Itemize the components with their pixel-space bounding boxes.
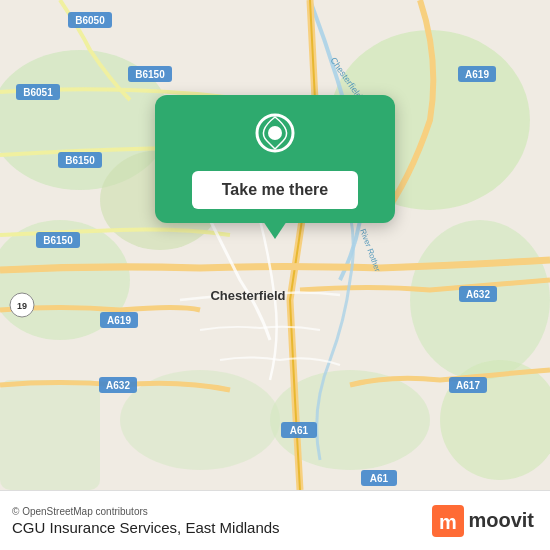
svg-text:19: 19: [17, 301, 27, 311]
svg-text:A61: A61: [370, 473, 389, 484]
svg-point-41: [268, 126, 282, 140]
osm-credit: © OpenStreetMap contributors: [12, 506, 280, 517]
bottom-left-info: © OpenStreetMap contributors CGU Insuran…: [12, 506, 280, 536]
bottom-bar: © OpenStreetMap contributors CGU Insuran…: [0, 490, 550, 550]
svg-text:A619: A619: [107, 315, 131, 326]
map-container: Chesterfield Canal River Rother: [0, 0, 550, 490]
svg-text:B6150: B6150: [65, 155, 95, 166]
location-popup: Take me there: [155, 95, 395, 223]
svg-text:m: m: [440, 511, 458, 533]
moovit-logo: m moovit: [432, 505, 534, 537]
svg-text:B6051: B6051: [23, 87, 53, 98]
svg-text:A619: A619: [465, 69, 489, 80]
svg-rect-8: [0, 380, 100, 490]
svg-text:A632: A632: [106, 380, 130, 391]
moovit-text: moovit: [468, 509, 534, 532]
location-pin-icon: [251, 113, 299, 161]
location-name: CGU Insurance Services, East Midlands: [12, 519, 280, 536]
svg-text:A632: A632: [466, 289, 490, 300]
svg-text:B6050: B6050: [75, 15, 105, 26]
take-me-there-button[interactable]: Take me there: [192, 171, 358, 209]
svg-text:B6150: B6150: [43, 235, 73, 246]
moovit-icon-svg: m: [432, 505, 464, 537]
svg-text:A61: A61: [290, 425, 309, 436]
svg-text:B6150: B6150: [135, 69, 165, 80]
svg-text:A617: A617: [456, 380, 480, 391]
svg-text:Chesterfield: Chesterfield: [210, 288, 285, 303]
map-svg: Chesterfield Canal River Rother: [0, 0, 550, 490]
